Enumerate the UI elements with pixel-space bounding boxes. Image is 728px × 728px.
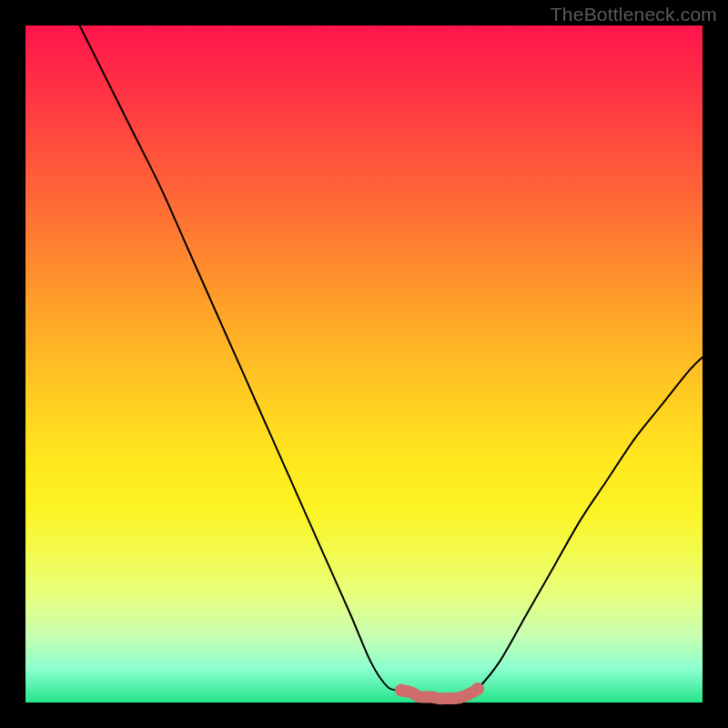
chart-frame: TheBottleneck.com (0, 0, 728, 728)
highlight-endpoint (471, 682, 484, 695)
highlight-endpoint (395, 684, 408, 697)
bottom-highlight (401, 689, 478, 699)
chart-svg (25, 25, 703, 703)
plot-area (25, 25, 703, 703)
bottleneck-curve (80, 25, 703, 699)
watermark-text: TheBottleneck.com (551, 4, 717, 25)
